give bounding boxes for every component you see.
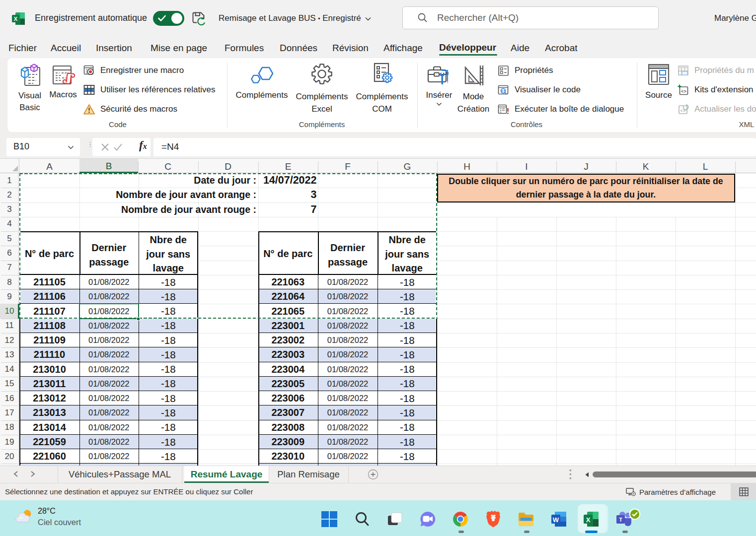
svg-text:<>: <> (681, 89, 686, 94)
svg-text:T: T (619, 517, 622, 523)
svg-text:X: X (14, 16, 18, 22)
svg-text:W: W (553, 516, 559, 524)
svg-text:X: X (586, 516, 591, 524)
